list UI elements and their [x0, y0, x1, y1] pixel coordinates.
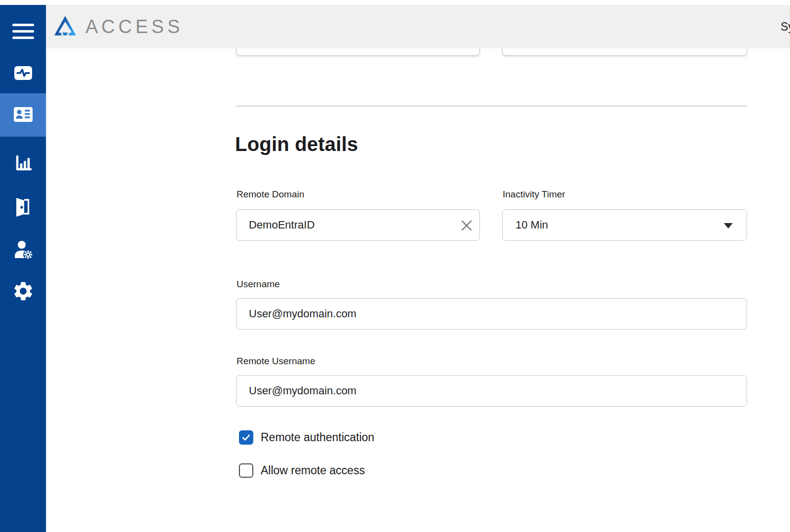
bar-chart-icon: [11, 151, 35, 176]
user-gear-icon: [11, 237, 35, 263]
section-title: Login details: [235, 133, 358, 155]
allow-remote-access-checkbox[interactable]: [239, 463, 253, 478]
chevron-down-icon: [724, 223, 733, 228]
remote-authentication-checkbox[interactable]: [239, 430, 253, 445]
username-input[interactable]: [236, 298, 747, 330]
remote-domain-input[interactable]: [236, 209, 480, 241]
remote-domain-label: Remote Domain: [237, 189, 304, 200]
inactivity-timer-value: 10 Min: [503, 219, 548, 231]
door-open-icon: [11, 193, 35, 219]
allow-remote-access-label: Allow remote access: [261, 464, 365, 477]
app-window: ACCESS Sy Login details Remote Domain In…: [0, 0, 790, 532]
hamburger-icon: [12, 24, 34, 26]
sidebar-item-settings[interactable]: [0, 274, 46, 309]
inactivity-timer-select[interactable]: 10 Min: [502, 209, 747, 241]
remote-authentication-label: Remote authentication: [261, 431, 374, 444]
close-icon: [460, 227, 474, 234]
sidebar: [0, 5, 46, 532]
header-right-partial-text[interactable]: Sy: [781, 5, 790, 48]
inactivity-timer-label: Inactivity Timer: [503, 189, 565, 200]
access-triangle-logo-icon: [54, 15, 77, 38]
app-header: ACCESS Sy: [46, 5, 790, 48]
contact-card-icon: [11, 103, 35, 128]
clear-remote-domain-button[interactable]: [460, 219, 474, 232]
section-divider: [236, 106, 747, 107]
app-title: ACCESS: [85, 16, 183, 38]
allow-remote-access-row: Allow remote access: [239, 463, 365, 478]
sidebar-item-doors[interactable]: [0, 188, 46, 224]
gear-icon: [12, 280, 35, 304]
remote-username-input[interactable]: [236, 375, 747, 407]
username-label: Username: [237, 279, 280, 290]
remote-username-label: Remote Username: [237, 356, 315, 367]
sidebar-item-contact-card[interactable]: [0, 93, 46, 137]
sidebar-item-reports[interactable]: [0, 145, 46, 181]
remote-authentication-row: Remote authentication: [239, 430, 374, 445]
sidebar-item-dashboard[interactable]: [0, 56, 46, 91]
sidebar-item-user-management[interactable]: [0, 232, 46, 267]
app-logo: ACCESS: [54, 15, 183, 38]
activity-monitor-icon: [11, 61, 35, 86]
hamburger-menu-button[interactable]: [0, 20, 46, 42]
checkmark-icon: [241, 432, 251, 443]
main-content: Login details Remote Domain Inactivity T…: [46, 48, 790, 532]
